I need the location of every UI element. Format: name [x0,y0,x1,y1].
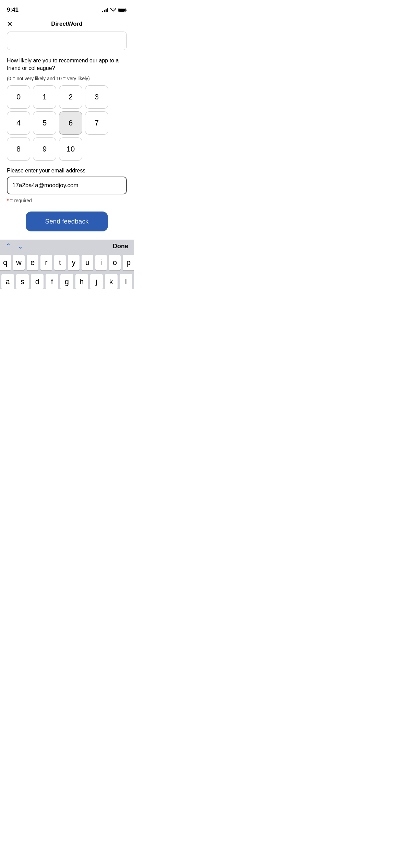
key-r[interactable]: r [40,255,52,270]
rating-btn-0[interactable]: 0 [7,85,30,109]
signal-icon [102,8,108,12]
keyboard-toolbar: ⌃ ⌄ Done [0,240,134,253]
required-note: * = required [7,198,127,203]
rating-grid: 0 1 2 3 4 5 6 7 8 9 10 [7,85,127,161]
nav-header: ✕ DirectWord [0,16,134,32]
done-button[interactable]: Done [113,243,128,250]
rating-btn-7[interactable]: 7 [85,111,108,135]
toolbar-nav: ⌃ ⌄ [5,243,23,250]
close-button[interactable]: ✕ [7,21,13,27]
key-h[interactable]: h [75,274,88,289]
page-title: DirectWord [51,21,82,27]
question-text: How likely are you to recommend our app … [7,57,127,72]
wifi-icon [110,8,116,12]
rating-btn-9[interactable]: 9 [33,137,56,161]
email-input[interactable] [12,182,121,189]
key-d[interactable]: d [31,274,44,289]
rating-btn-8[interactable]: 8 [7,137,30,161]
key-p[interactable]: p [123,255,134,270]
keyboard-row-1: q w e r t y u i o p [1,255,132,270]
rating-btn-4[interactable]: 4 [7,111,30,135]
rating-btn-2[interactable]: 2 [59,85,82,109]
battery-icon [118,8,127,12]
key-a[interactable]: a [1,274,14,289]
rating-btn-3[interactable]: 3 [85,85,108,109]
prev-field-button[interactable]: ⌃ [5,243,11,250]
key-i[interactable]: i [95,255,107,270]
required-star: * [7,198,9,203]
rating-btn-10[interactable]: 10 [59,137,82,161]
key-e[interactable]: e [27,255,38,270]
rating-btn-5[interactable]: 5 [33,111,56,135]
key-u[interactable]: u [82,255,93,270]
feedback-textarea[interactable] [7,32,127,50]
key-w[interactable]: w [13,255,25,270]
email-input-wrap[interactable] [7,177,127,194]
send-feedback-button[interactable]: Send feedback [26,212,108,231]
key-k[interactable]: k [105,274,118,289]
key-f[interactable]: f [46,274,58,289]
next-field-button[interactable]: ⌄ [17,243,23,250]
form-content: How likely are you to recommend our app … [0,32,134,231]
key-o[interactable]: o [109,255,121,270]
svg-rect-1 [119,9,125,12]
key-j[interactable]: j [90,274,103,289]
status-icons [102,8,127,12]
email-label: Please enter your email address [7,168,127,174]
rating-btn-6[interactable]: 6 [59,111,82,135]
key-y[interactable]: y [68,255,80,270]
keyboard: q w e r t y u i o p a s d f g h j k l z … [0,253,134,289]
status-bar: 9:41 [0,0,134,16]
key-t[interactable]: t [54,255,66,270]
key-s[interactable]: s [16,274,29,289]
rating-btn-1[interactable]: 1 [33,85,56,109]
key-q[interactable]: q [0,255,11,270]
scale-hint: (0 = not very likely and 10 = very likel… [7,76,127,81]
key-l[interactable]: l [120,274,132,289]
key-g[interactable]: g [60,274,73,289]
status-time: 9:41 [7,7,19,13]
keyboard-row-2: a s d f g h j k l [1,274,132,289]
